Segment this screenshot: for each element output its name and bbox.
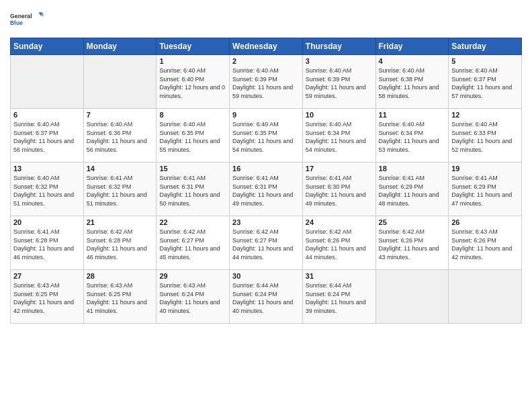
day-info: Sunrise: 6:40 AM Sunset: 6:36 PM Dayligh… <box>87 121 147 153</box>
calendar-cell: 26Sunrise: 6:43 AM Sunset: 6:26 PM Dayli… <box>449 216 522 270</box>
day-number: 28 <box>87 272 154 280</box>
week-row-4: 20Sunrise: 6:41 AM Sunset: 6:28 PM Dayli… <box>11 216 522 270</box>
day-number: 3 <box>306 57 373 65</box>
day-number: 19 <box>451 165 519 173</box>
calendar-cell: 13Sunrise: 6:40 AM Sunset: 6:32 PM Dayli… <box>11 163 84 216</box>
calendar-cell: 2Sunrise: 6:40 AM Sunset: 6:39 PM Daylig… <box>230 55 303 109</box>
page: General Blue SundayMondayTuesdayWednesda… <box>0 0 532 411</box>
day-number: 15 <box>159 165 226 173</box>
calendar-cell: 24Sunrise: 6:42 AM Sunset: 6:26 PM Dayli… <box>302 216 375 270</box>
day-info: Sunrise: 6:40 AM Sunset: 6:34 PM Dayligh… <box>379 121 439 153</box>
calendar-cell: 27Sunrise: 6:43 AM Sunset: 6:25 PM Dayli… <box>11 270 84 324</box>
day-header-wednesday: Wednesday <box>230 38 303 55</box>
day-number: 24 <box>306 218 373 226</box>
day-info: Sunrise: 6:42 AM Sunset: 6:26 PM Dayligh… <box>379 228 439 261</box>
day-number: 6 <box>13 111 81 119</box>
calendar-cell: 3Sunrise: 6:40 AM Sunset: 6:39 PM Daylig… <box>302 55 375 109</box>
day-info: Sunrise: 6:40 AM Sunset: 6:37 PM Dayligh… <box>451 67 512 99</box>
day-info: Sunrise: 6:42 AM Sunset: 6:28 PM Dayligh… <box>87 228 147 261</box>
day-number: 9 <box>232 111 300 119</box>
calendar-cell: 20Sunrise: 6:41 AM Sunset: 6:28 PM Dayli… <box>11 216 84 270</box>
day-info: Sunrise: 6:40 AM Sunset: 6:39 PM Dayligh… <box>232 67 293 99</box>
day-header-thursday: Thursday <box>302 38 375 55</box>
day-number: 30 <box>232 272 300 280</box>
calendar-cell: 5Sunrise: 6:40 AM Sunset: 6:37 PM Daylig… <box>449 55 522 109</box>
calendar-cell: 28Sunrise: 6:43 AM Sunset: 6:25 PM Dayli… <box>83 270 157 324</box>
day-info: Sunrise: 6:40 AM Sunset: 6:37 PM Dayligh… <box>13 121 74 153</box>
day-info: Sunrise: 6:43 AM Sunset: 6:25 PM Dayligh… <box>87 282 147 314</box>
day-info: Sunrise: 6:43 AM Sunset: 6:26 PM Dayligh… <box>451 228 512 261</box>
day-header-friday: Friday <box>375 38 449 55</box>
day-number: 14 <box>87 165 154 173</box>
calendar-cell: 23Sunrise: 6:42 AM Sunset: 6:27 PM Dayli… <box>230 216 303 270</box>
day-info: Sunrise: 6:41 AM Sunset: 6:28 PM Dayligh… <box>13 228 74 261</box>
day-info: Sunrise: 6:40 AM Sunset: 6:35 PM Dayligh… <box>159 121 220 153</box>
day-number: 12 <box>451 111 519 119</box>
week-row-2: 6Sunrise: 6:40 AM Sunset: 6:37 PM Daylig… <box>11 109 522 163</box>
day-number: 27 <box>13 272 81 280</box>
calendar-cell: 18Sunrise: 6:41 AM Sunset: 6:29 PM Dayli… <box>375 163 449 216</box>
day-number: 11 <box>379 111 446 119</box>
calendar-cell: 25Sunrise: 6:42 AM Sunset: 6:26 PM Dayli… <box>375 216 449 270</box>
day-info: Sunrise: 6:41 AM Sunset: 6:29 PM Dayligh… <box>451 175 512 207</box>
calendar-cell: 15Sunrise: 6:41 AM Sunset: 6:31 PM Dayli… <box>157 163 230 216</box>
day-info: Sunrise: 6:41 AM Sunset: 6:29 PM Dayligh… <box>379 175 439 207</box>
calendar-cell <box>83 55 157 109</box>
calendar-cell: 31Sunrise: 6:44 AM Sunset: 6:24 PM Dayli… <box>302 270 375 324</box>
logo-svg: General Blue <box>10 7 44 32</box>
day-info: Sunrise: 6:41 AM Sunset: 6:31 PM Dayligh… <box>159 175 220 207</box>
day-info: Sunrise: 6:43 AM Sunset: 6:24 PM Dayligh… <box>159 282 220 314</box>
calendar-cell: 17Sunrise: 6:41 AM Sunset: 6:30 PM Dayli… <box>302 163 375 216</box>
day-info: Sunrise: 6:42 AM Sunset: 6:27 PM Dayligh… <box>159 228 220 261</box>
calendar-cell: 14Sunrise: 6:41 AM Sunset: 6:32 PM Dayli… <box>83 163 157 216</box>
svg-text:General: General <box>10 13 32 19</box>
calendar-cell: 8Sunrise: 6:40 AM Sunset: 6:35 PM Daylig… <box>157 109 230 163</box>
calendar-cell: 7Sunrise: 6:40 AM Sunset: 6:36 PM Daylig… <box>83 109 157 163</box>
day-info: Sunrise: 6:43 AM Sunset: 6:25 PM Dayligh… <box>13 282 74 314</box>
day-number: 23 <box>232 218 300 226</box>
day-header-saturday: Saturday <box>449 38 522 55</box>
day-info: Sunrise: 6:40 AM Sunset: 6:38 PM Dayligh… <box>379 67 439 99</box>
day-number: 1 <box>159 57 226 65</box>
week-row-1: 1Sunrise: 6:40 AM Sunset: 6:40 PM Daylig… <box>11 55 522 109</box>
day-header-monday: Monday <box>83 38 157 55</box>
day-number: 16 <box>232 165 300 173</box>
calendar-cell: 1Sunrise: 6:40 AM Sunset: 6:40 PM Daylig… <box>157 55 230 109</box>
day-number: 21 <box>87 218 154 226</box>
calendar-cell: 30Sunrise: 6:44 AM Sunset: 6:24 PM Dayli… <box>230 270 303 324</box>
day-info: Sunrise: 6:44 AM Sunset: 6:24 PM Dayligh… <box>306 282 366 314</box>
calendar-cell: 29Sunrise: 6:43 AM Sunset: 6:24 PM Dayli… <box>157 270 230 324</box>
calendar-cell: 6Sunrise: 6:40 AM Sunset: 6:37 PM Daylig… <box>11 109 84 163</box>
day-number: 8 <box>159 111 226 119</box>
calendar-cell <box>11 55 84 109</box>
day-number: 31 <box>306 272 373 280</box>
day-info: Sunrise: 6:40 AM Sunset: 6:40 PM Dayligh… <box>159 67 225 99</box>
day-number: 2 <box>232 57 300 65</box>
day-info: Sunrise: 6:40 AM Sunset: 6:39 PM Dayligh… <box>306 67 366 99</box>
calendar-cell: 10Sunrise: 6:40 AM Sunset: 6:34 PM Dayli… <box>302 109 375 163</box>
calendar-cell: 11Sunrise: 6:40 AM Sunset: 6:34 PM Dayli… <box>375 109 449 163</box>
week-row-5: 27Sunrise: 6:43 AM Sunset: 6:25 PM Dayli… <box>11 270 522 324</box>
calendar-cell: 9Sunrise: 6:40 AM Sunset: 6:35 PM Daylig… <box>230 109 303 163</box>
svg-text:Blue: Blue <box>10 19 23 26</box>
calendar-cell: 16Sunrise: 6:41 AM Sunset: 6:31 PM Dayli… <box>230 163 303 216</box>
day-info: Sunrise: 6:41 AM Sunset: 6:31 PM Dayligh… <box>232 175 293 207</box>
day-info: Sunrise: 6:40 AM Sunset: 6:35 PM Dayligh… <box>232 121 293 153</box>
calendar-cell: 21Sunrise: 6:42 AM Sunset: 6:28 PM Dayli… <box>83 216 157 270</box>
day-number: 25 <box>379 218 446 226</box>
calendar-cell <box>449 270 522 324</box>
day-number: 10 <box>306 111 373 119</box>
logo: General Blue <box>10 7 44 32</box>
week-row-3: 13Sunrise: 6:40 AM Sunset: 6:32 PM Dayli… <box>11 163 522 216</box>
calendar-cell: 22Sunrise: 6:42 AM Sunset: 6:27 PM Dayli… <box>157 216 230 270</box>
day-info: Sunrise: 6:40 AM Sunset: 6:33 PM Dayligh… <box>451 121 512 153</box>
day-info: Sunrise: 6:44 AM Sunset: 6:24 PM Dayligh… <box>232 282 293 314</box>
day-number: 5 <box>451 57 519 65</box>
day-number: 13 <box>13 165 81 173</box>
day-header-tuesday: Tuesday <box>157 38 230 55</box>
day-number: 18 <box>379 165 446 173</box>
header: General Blue <box>10 7 522 32</box>
day-info: Sunrise: 6:42 AM Sunset: 6:26 PM Dayligh… <box>306 228 366 261</box>
day-number: 29 <box>159 272 226 280</box>
day-number: 22 <box>159 218 226 226</box>
